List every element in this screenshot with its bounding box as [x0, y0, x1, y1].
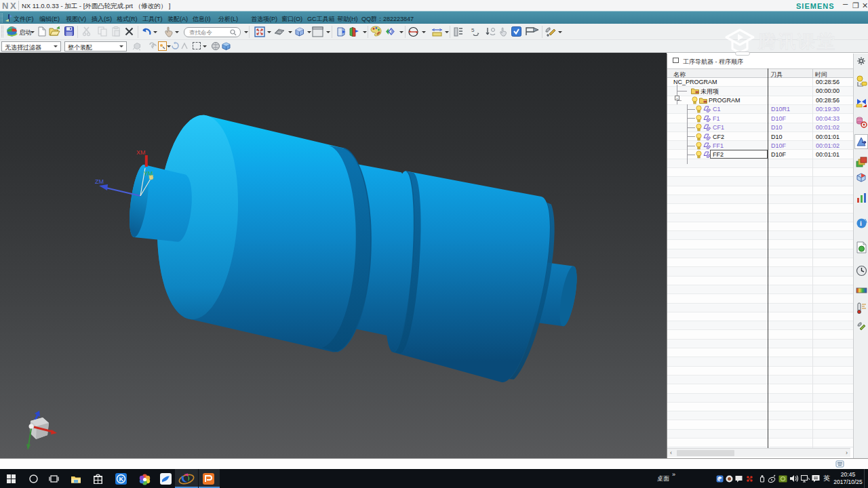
svg-text:5: 5: [471, 27, 475, 33]
svg-text:YM: YM: [144, 170, 153, 177]
svg-text:XM: XM: [136, 149, 146, 156]
svg-text:K: K: [119, 476, 124, 483]
svg-text:ZM: ZM: [95, 178, 104, 185]
svg-text:i: i: [860, 220, 862, 227]
